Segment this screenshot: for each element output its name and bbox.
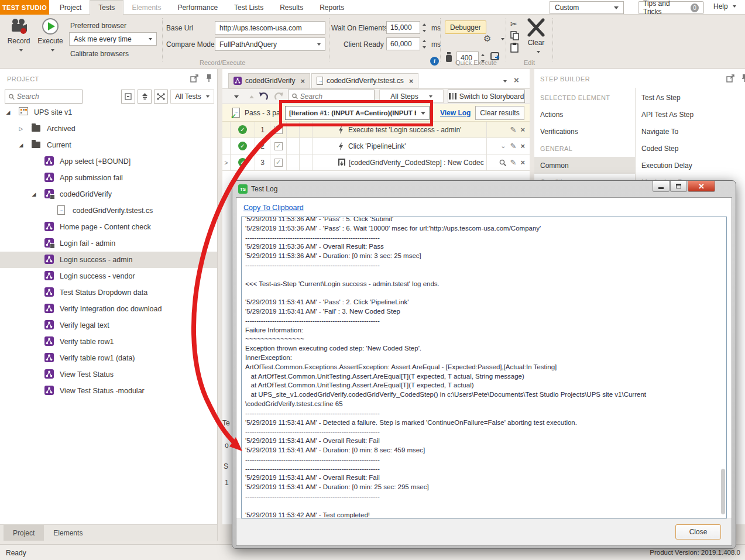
step-row-2[interactable]: ✓ 2 ✓ Click 'PipelineLink' ⌄ ✎ × xyxy=(222,138,530,154)
close-window-button[interactable]: ✕ xyxy=(688,181,715,192)
app-menu-tab[interactable]: TEST STUDIO xyxy=(0,0,49,15)
tree-item-login-success-vendor[interactable]: Login success - vendor xyxy=(0,268,217,284)
tips-and-tricks-button[interactable]: Tips and Tricks0 xyxy=(638,1,704,14)
step-row-3[interactable]: > ✓ 3 ✓ [codedGridVerify_CodedStep] : Ne… xyxy=(222,154,530,171)
step-builder-coded-step[interactable]: Coded Step xyxy=(636,140,745,157)
close-pane-icon[interactable]: × xyxy=(514,75,519,85)
switch-to-storyboard-button[interactable]: Switch to Storyboard xyxy=(448,90,525,103)
step-builder-actions[interactable]: Actions xyxy=(534,106,635,123)
view-code-icon[interactable] xyxy=(499,159,506,166)
delete-step-icon[interactable]: × xyxy=(520,158,525,167)
pin-icon[interactable] xyxy=(206,74,212,83)
pin-icon[interactable] xyxy=(741,74,745,83)
step-row-1[interactable]: ✓ 1 ✓ Execute test 'Login success - admi… xyxy=(222,122,530,138)
delete-step-icon[interactable]: × xyxy=(520,142,525,150)
calibrate-browsers-link[interactable]: Calibrate browsers xyxy=(70,50,129,58)
tree-item-app-select-bound-[interactable]: App select [+BOUND] xyxy=(0,153,217,170)
ribbon-tab-elements[interactable]: Elements xyxy=(123,0,169,15)
tree-item-verify-legal-text[interactable]: Verify legal text xyxy=(0,317,217,334)
tree-item-codedgridverify-tstest-cs[interactable]: codedGridVerify.tstest.cs xyxy=(0,202,217,219)
step-enabled-checkbox[interactable]: ✓ xyxy=(270,154,287,170)
step-builder-verifications[interactable]: Verifications xyxy=(534,123,635,140)
log-output[interactable]: '5/29/2019 11:53:36 AM' - 'Pass' : 5. Cl… xyxy=(241,217,727,518)
popout-icon[interactable] xyxy=(190,74,198,83)
tree-item-ups-site-v1[interactable]: ◢UPS site v1 xyxy=(0,104,217,121)
steps-search[interactable] xyxy=(288,90,375,103)
ribbon-scheme-select[interactable]: Custom xyxy=(550,1,624,14)
step-builder-test-as-step[interactable]: Test As Step xyxy=(636,89,745,106)
clear-button[interactable]: Clear xyxy=(523,18,550,55)
step-enabled-checkbox[interactable]: ✓ xyxy=(270,138,287,154)
tree-item-login-success-admin[interactable]: Login success - admin xyxy=(0,252,217,268)
copy-to-clipboard-link[interactable]: Copy To Clipboard xyxy=(243,204,304,212)
bottom-tab-elements[interactable]: Elements xyxy=(44,525,92,541)
doc-tab-codedgridverify[interactable]: codedGridVerify × xyxy=(228,73,310,88)
gear-icon[interactable]: ⚙ xyxy=(483,33,491,44)
tree-item-view-test-status[interactable]: View Test Status xyxy=(0,366,217,383)
client-ready-stepper[interactable]: 60,000 xyxy=(386,37,428,50)
tree-item-view-test-status-modular[interactable]: View Test Status -modular xyxy=(0,383,217,399)
info-icon[interactable]: i xyxy=(430,57,439,66)
minimize-button[interactable] xyxy=(653,181,670,192)
record-button[interactable]: Record xyxy=(5,18,33,53)
help-menu[interactable]: Help xyxy=(713,2,736,11)
preferred-browser-select[interactable]: Ask me every time xyxy=(69,32,157,46)
tree-item-test-status-dropdown-data[interactable]: Test Status Dropdown data xyxy=(0,284,217,301)
row-expander[interactable]: > xyxy=(222,154,231,170)
tree-item-login-fail-admin[interactable]: Login fail - admin xyxy=(0,235,217,252)
stepper-arrows[interactable] xyxy=(420,37,428,50)
compare-mode-select[interactable]: FullPathAndQuery xyxy=(215,37,325,51)
step-builder-execution-delay[interactable]: Execution Delay xyxy=(636,157,745,174)
chevron-down-icon[interactable] xyxy=(501,38,504,40)
tree-item-current[interactable]: ◢Current xyxy=(0,137,217,153)
scrollbar-thumb[interactable] xyxy=(721,469,725,514)
popout-icon[interactable] xyxy=(726,74,734,83)
step-builder-api-test-as-step[interactable]: API Test As Step xyxy=(636,106,745,123)
delete-step-icon[interactable]: × xyxy=(520,125,525,134)
close-tab-icon[interactable]: × xyxy=(300,77,305,85)
shuffle-view-button[interactable] xyxy=(154,90,168,104)
sort-button[interactable] xyxy=(138,90,152,104)
ribbon-tab-test-lists[interactable]: Test Lists xyxy=(226,0,272,15)
tree-item-verify-table-row1-data-[interactable]: Verify table row1 (data) xyxy=(0,350,217,366)
redo-icon[interactable] xyxy=(274,92,284,101)
tree-expander-icon[interactable]: ◢ xyxy=(30,191,37,197)
step-builder-common[interactable]: Common xyxy=(534,157,635,174)
expand-step-icon[interactable]: ⌄ xyxy=(500,142,506,150)
debugger-button[interactable]: Debugger xyxy=(445,20,486,34)
tree-item-verify-table-row1[interactable]: Verify table row1 xyxy=(0,334,217,350)
edit-step-icon[interactable]: ✎ xyxy=(510,158,517,167)
copy-icon[interactable] xyxy=(510,31,519,40)
steps-filter-select[interactable]: All Steps xyxy=(379,90,444,103)
close-button[interactable]: Close xyxy=(675,524,721,540)
ribbon-tab-reports[interactable]: Reports xyxy=(311,0,352,15)
iteration-select[interactable]: [Iteration #1: (INPUT A=Centiro)(INPUT B… xyxy=(285,106,430,120)
tree-expander-icon[interactable]: ▷ xyxy=(18,126,25,132)
move-up-icon[interactable] xyxy=(249,95,254,98)
steps-search-input[interactable] xyxy=(300,92,370,101)
ribbon-tab-project[interactable]: Project xyxy=(52,0,90,15)
step-enabled-checkbox[interactable]: ✓ xyxy=(270,122,287,138)
step-builder-navigate-to[interactable]: Navigate To xyxy=(636,123,745,140)
bottom-tab-project[interactable]: Project xyxy=(4,525,44,541)
dialog-title-bar[interactable]: TS Test Log xyxy=(238,184,277,194)
wait-on-elements-stepper[interactable]: 15,000 xyxy=(386,21,428,34)
doc-tab-codedgridverify-cs[interactable]: codedGridVerify.tstest.cs × xyxy=(311,73,418,88)
test-filter-select[interactable]: All Tests xyxy=(170,90,214,104)
tree-expander-icon[interactable]: ◢ xyxy=(5,109,12,115)
project-search-input[interactable] xyxy=(17,92,78,101)
execute-button[interactable]: Execute xyxy=(36,18,64,53)
edit-step-icon[interactable]: ✎ xyxy=(510,142,517,150)
base-url-input[interactable]: http://ups.tescom-usa.com xyxy=(215,21,325,35)
tree-item-home-page-content-check[interactable]: Home page - Content check xyxy=(0,219,217,235)
view-log-link[interactable]: View Log xyxy=(440,109,471,117)
ribbon-tab-performance[interactable]: Performance xyxy=(169,0,226,15)
stepper-arrows[interactable] xyxy=(420,21,428,34)
ribbon-tab-tests[interactable]: Tests xyxy=(90,0,123,15)
cut-icon[interactable]: ✂ xyxy=(510,19,517,29)
tab-list-icon[interactable] xyxy=(499,76,507,84)
paste-icon[interactable] xyxy=(510,43,519,53)
close-tab-icon[interactable]: × xyxy=(409,77,414,85)
move-down-icon[interactable] xyxy=(234,95,239,98)
tree-item-archived[interactable]: ▷Archived xyxy=(0,121,217,137)
